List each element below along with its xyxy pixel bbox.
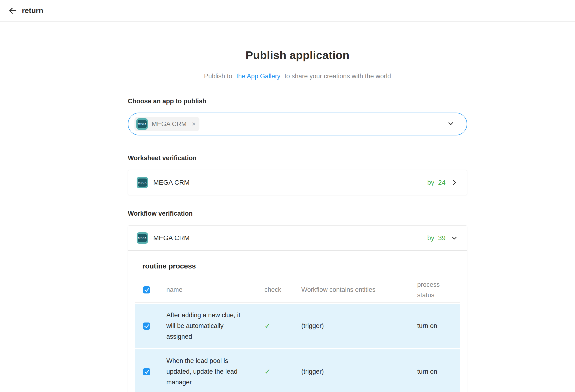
workflow-status: turn on bbox=[417, 322, 460, 330]
workflow-table-header: name check Workflow contains entities pr… bbox=[135, 277, 460, 302]
worksheet-card: MEGA MEGA CRM by 24 bbox=[128, 170, 467, 195]
mega-app-icon: MEGA bbox=[137, 177, 148, 188]
selected-app-chip[interactable]: MEGA MEGA CRM × bbox=[134, 117, 199, 131]
row-checkbox[interactable] bbox=[143, 322, 150, 330]
main-content: Publish application Publish to the App G… bbox=[128, 22, 467, 392]
header-status: process status bbox=[417, 279, 453, 300]
page-subtitle: Publish to the App Gallery to share your… bbox=[128, 73, 467, 80]
workflow-pass-count: by 39 bbox=[427, 234, 458, 242]
app-select[interactable]: MEGA MEGA CRM × bbox=[128, 113, 467, 135]
worksheet-app-name: MEGA CRM bbox=[153, 179, 190, 186]
back-arrow-icon bbox=[8, 6, 17, 15]
workflow-entities: (trigger) bbox=[301, 368, 417, 375]
subtitle-suffix: to share your creations with the world bbox=[285, 73, 391, 80]
workflow-name: When the lead pool is updated, update th… bbox=[166, 356, 245, 388]
workflow-group-title: routine process bbox=[142, 262, 467, 270]
workflow-app-name: MEGA CRM bbox=[153, 234, 190, 242]
check-icon: ✓ bbox=[264, 367, 301, 376]
workflow-app-row[interactable]: MEGA MEGA CRM by 39 bbox=[128, 226, 467, 251]
choose-app-heading: Choose an app to publish bbox=[128, 98, 467, 105]
mega-app-icon: MEGA bbox=[136, 118, 148, 130]
worksheet-pass-count: by 24 bbox=[427, 179, 458, 186]
selected-app-label: MEGA CRM bbox=[152, 121, 187, 128]
chevron-down-icon bbox=[447, 120, 454, 128]
page-title: Publish application bbox=[128, 22, 467, 62]
select-all-checkbox[interactable] bbox=[143, 286, 150, 294]
return-button[interactable]: return bbox=[8, 6, 43, 15]
header-entities: Workflow contains entities bbox=[301, 286, 417, 294]
workflow-status: turn on bbox=[417, 368, 460, 375]
workflow-name: After adding a new clue, it will be auto… bbox=[166, 310, 245, 342]
mega-app-icon: MEGA bbox=[137, 232, 148, 244]
workflow-table: name check Workflow contains entities pr… bbox=[135, 277, 460, 392]
workflow-verification-heading: Workflow verification bbox=[128, 210, 467, 217]
return-label: return bbox=[22, 6, 43, 15]
check-icon: ✓ bbox=[264, 321, 301, 330]
row-checkbox[interactable] bbox=[143, 368, 150, 375]
header-name: name bbox=[166, 286, 264, 294]
remove-app-icon[interactable]: × bbox=[192, 121, 196, 127]
subtitle-prefix: Publish to bbox=[204, 73, 232, 80]
workflow-row[interactable]: When the lead pool is updated, update th… bbox=[135, 349, 460, 392]
worksheet-verification-heading: Worksheet verification bbox=[128, 154, 467, 162]
chevron-down-icon bbox=[451, 234, 458, 242]
chevron-right-icon bbox=[451, 179, 458, 186]
worksheet-app-row[interactable]: MEGA MEGA CRM by 24 bbox=[128, 170, 467, 195]
workflow-entities: (trigger) bbox=[301, 322, 417, 330]
worksheet-app: MEGA MEGA CRM bbox=[137, 177, 190, 188]
top-bar: return bbox=[0, 0, 575, 22]
app-gallery-link[interactable]: the App Gallery bbox=[236, 73, 280, 80]
workflow-card: MEGA MEGA CRM by 39 routine process name bbox=[128, 225, 467, 392]
header-check: check bbox=[264, 286, 301, 294]
workflow-row[interactable]: After adding a new clue, it will be auto… bbox=[135, 304, 460, 348]
workflow-app: MEGA MEGA CRM bbox=[137, 232, 190, 244]
